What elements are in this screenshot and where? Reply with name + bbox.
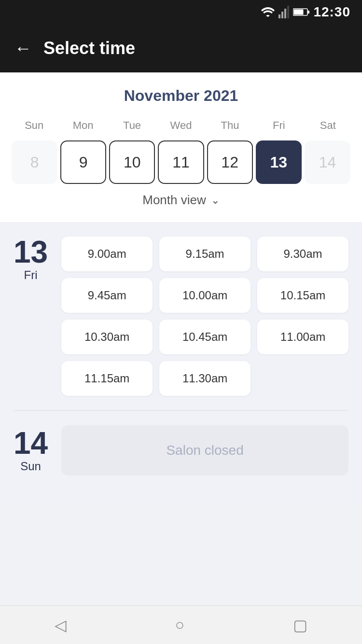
day-separator <box>14 410 348 411</box>
back-button[interactable]: ← <box>14 40 32 57</box>
weekday-wed: Wed <box>156 116 205 135</box>
date-cell-8[interactable]: 8 <box>12 140 57 184</box>
month-year-label: November 2021 <box>10 87 352 105</box>
calendar-section: November 2021 Sun Mon Tue Wed Thu Fri Sa… <box>0 72 362 222</box>
day-name-13: Fri <box>24 268 38 282</box>
page-title: Select time <box>43 38 135 58</box>
date-cell-12[interactable]: 12 <box>207 140 253 184</box>
day-header-13: 13 Fri 9.00am 9.15am 9.30am 9.45am 10.00… <box>14 237 348 396</box>
date-cell-13[interactable]: 13 <box>256 140 302 184</box>
salon-closed-card: Salon closed <box>61 425 348 476</box>
timeslot-1130am[interactable]: 11.30am <box>159 361 251 396</box>
wifi-icon <box>261 7 275 17</box>
nav-back-icon[interactable]: ◁ <box>55 616 67 634</box>
day-section-14: 14 Sun Salon closed <box>14 425 348 476</box>
date-cell-9[interactable]: 9 <box>60 140 106 184</box>
timeslot-1100am[interactable]: 11.00am <box>257 320 348 354</box>
weekday-tue: Tue <box>108 116 156 135</box>
weekday-fri: Fri <box>254 116 303 135</box>
timeslot-1045am[interactable]: 10.45am <box>159 320 251 354</box>
timeslot-1015am[interactable]: 10.15am <box>257 278 348 313</box>
day-name-14: Sun <box>20 460 41 473</box>
weekday-sat: Sat <box>304 116 352 135</box>
bottom-spacer <box>0 504 362 543</box>
day-number-13: 13 <box>14 237 48 267</box>
day-number-block-13: 13 Fri <box>14 237 48 282</box>
month-view-toggle[interactable]: Month view ⌄ <box>10 184 352 212</box>
timeslot-1115am[interactable]: 11.15am <box>61 361 153 396</box>
day-number-14: 14 <box>14 428 48 459</box>
svg-rect-0 <box>278 14 280 18</box>
salon-closed-block: 14 Sun Salon closed <box>14 425 348 476</box>
timeslot-900am[interactable]: 9.00am <box>61 237 153 271</box>
status-icons: 12:30 <box>261 4 350 20</box>
status-bar: 12:30 <box>0 0 362 24</box>
svg-rect-3 <box>287 6 289 18</box>
timeslots-section: 13 Fri 9.00am 9.15am 9.30am 9.45am 10.00… <box>0 222 362 504</box>
signal-icon <box>278 6 289 18</box>
dates-row: 8 9 10 11 12 13 14 <box>10 140 352 184</box>
timeslot-1000am[interactable]: 10.00am <box>159 278 251 313</box>
weekdays-row: Sun Mon Tue Wed Thu Fri Sat <box>10 116 352 135</box>
svg-rect-6 <box>307 11 309 14</box>
nav-home-icon[interactable]: ○ <box>175 616 184 634</box>
weekday-thu: Thu <box>206 116 254 135</box>
weekday-sun: Sun <box>10 116 58 135</box>
header: ← Select time <box>0 24 362 72</box>
day-section-13: 13 Fri 9.00am 9.15am 9.30am 9.45am 10.00… <box>14 237 348 396</box>
svg-rect-5 <box>294 10 304 15</box>
nav-recent-icon[interactable]: ▢ <box>293 616 307 634</box>
timeslot-945am[interactable]: 9.45am <box>61 278 153 313</box>
date-cell-14[interactable]: 14 <box>305 140 350 184</box>
timeslot-915am[interactable]: 9.15am <box>159 237 251 271</box>
svg-rect-2 <box>284 9 286 18</box>
date-cell-10[interactable]: 10 <box>109 140 155 184</box>
timeslot-1030am[interactable]: 10.30am <box>61 320 153 354</box>
timeslots-grid-13: 9.00am 9.15am 9.30am 9.45am 10.00am 10.1… <box>61 237 348 396</box>
svg-rect-1 <box>281 12 283 18</box>
timeslot-930am[interactable]: 9.30am <box>257 237 348 271</box>
day-number-block-14: 14 Sun <box>14 428 48 473</box>
month-view-label: Month view <box>142 193 206 208</box>
battery-icon <box>293 8 309 16</box>
status-time: 12:30 <box>313 4 350 20</box>
date-cell-11[interactable]: 11 <box>158 140 204 184</box>
weekday-mon: Mon <box>58 116 107 135</box>
bottom-nav: ◁ ○ ▢ <box>0 605 362 644</box>
chevron-down-icon: ⌄ <box>211 194 220 207</box>
